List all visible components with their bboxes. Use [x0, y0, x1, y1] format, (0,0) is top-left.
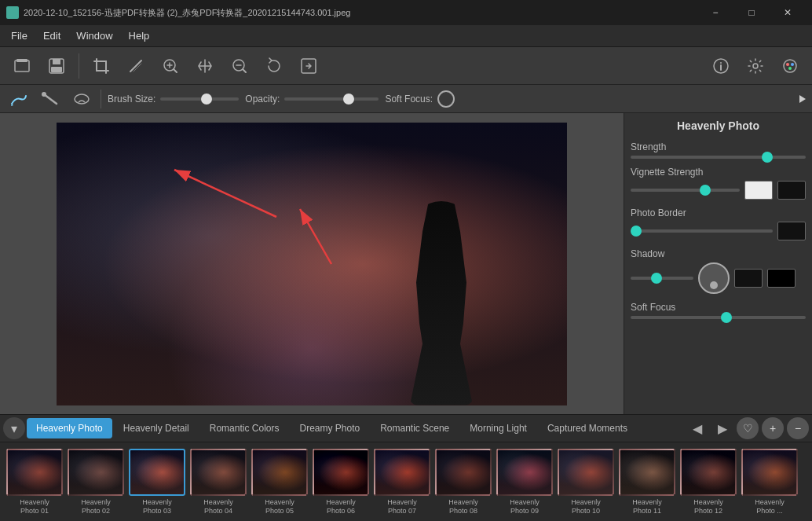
maximize-button[interactable]: □ — [733, 0, 770, 25]
film-item-11[interactable]: HeavenlyPhoto 11 — [619, 449, 675, 515]
tab-remove-button[interactable]: − — [787, 417, 809, 439]
brush-size-label: Brush Size: — [108, 94, 155, 105]
film-thumb-06[interactable] — [313, 449, 369, 496]
soft-focus-section: Soft Focus — [631, 302, 806, 319]
film-thumb-03[interactable] — [129, 449, 185, 496]
brush-size-slider[interactable] — [160, 97, 239, 101]
film-item-01[interactable]: HeavenlyPhoto 01 — [6, 449, 63, 515]
tab-romantic-colors[interactable]: Romantic Colors — [200, 418, 289, 438]
film-thumb-11[interactable] — [619, 449, 675, 496]
settings-tool-button[interactable] — [740, 50, 771, 82]
close-button[interactable]: ✕ — [770, 0, 806, 25]
film-item-10[interactable]: HeavenlyPhoto 10 — [558, 449, 614, 515]
tab-heavenly-detail[interactable]: Heavenly Detail — [114, 418, 199, 438]
film-label-06: HeavenlyPhoto 06 — [326, 498, 356, 515]
film-label-10: HeavenlyPhoto 10 — [571, 498, 601, 515]
tab-favorite-button[interactable]: ♡ — [737, 417, 759, 439]
film-item-08[interactable]: HeavenlyPhoto 08 — [435, 449, 492, 515]
film-item-more[interactable]: HeavenlyPhoto ... — [741, 449, 798, 515]
crop-tool-button[interactable] — [86, 50, 117, 82]
film-thumb-more[interactable] — [741, 449, 798, 496]
move-tool-button[interactable] — [189, 50, 221, 82]
vignette-slider[interactable] — [631, 189, 740, 192]
border-swatch[interactable] — [777, 222, 806, 240]
soft-focus-slider[interactable] — [631, 316, 806, 319]
tab-dreamy-photo[interactable]: Dreamy Photo — [290, 418, 369, 438]
filter-tabs: ▾ Heavenly Photo Heavenly Detail Romanti… — [0, 414, 812, 442]
border-slider[interactable] — [631, 229, 773, 233]
film-item-02[interactable]: HeavenlyPhoto 02 — [68, 449, 124, 515]
vignette-swatch-white[interactable] — [744, 181, 773, 200]
film-thumb-07[interactable] — [374, 449, 430, 496]
minimize-button[interactable]: − — [697, 0, 733, 25]
film-item-12[interactable]: HeavenlyPhoto 12 — [680, 449, 737, 515]
film-item-07[interactable]: HeavenlyPhoto 07 — [374, 449, 430, 515]
border-row — [631, 222, 806, 240]
film-thumb-09[interactable] — [496, 449, 553, 496]
film-thumb-04[interactable] — [190, 449, 247, 496]
shadow-slider[interactable] — [631, 277, 693, 280]
palette-tool-button[interactable] — [774, 50, 806, 82]
shadow-direction-wheel[interactable] — [698, 262, 730, 294]
film-item-06[interactable]: HeavenlyPhoto 06 — [313, 449, 369, 515]
tab-romantic-scene[interactable]: Romantic Scene — [371, 418, 459, 438]
main-toolbar — [0, 47, 812, 85]
brush-tool-3[interactable] — [69, 88, 94, 110]
shadow-swatch-black[interactable] — [767, 269, 796, 288]
menu-help[interactable]: Help — [121, 27, 158, 45]
save-tool-button[interactable] — [41, 50, 72, 82]
opacity-slider[interactable] — [284, 97, 379, 101]
rotate-tool-button[interactable] — [258, 50, 290, 82]
brush-tool-2[interactable] — [38, 88, 63, 110]
tab-next-icon[interactable]: ▶ — [711, 417, 733, 439]
film-thumb-10[interactable] — [558, 449, 614, 496]
menubar: File Edit Window Help — [0, 25, 812, 47]
svg-point-9 — [720, 62, 722, 64]
svg-point-13 — [791, 63, 794, 66]
film-thumb-05[interactable] — [251, 449, 308, 496]
film-thumb-02[interactable] — [68, 449, 124, 496]
menu-edit[interactable]: Edit — [35, 27, 68, 45]
film-item-05[interactable]: HeavenlyPhoto 05 — [251, 449, 308, 515]
filmstrip: HeavenlyPhoto 01 HeavenlyPhoto 02 Heaven… — [0, 442, 812, 521]
film-item-03[interactable]: HeavenlyPhoto 03 — [129, 449, 185, 515]
svg-rect-3 — [53, 59, 60, 64]
shadow-section: Shadow — [631, 248, 806, 294]
expand-arrow-icon[interactable] — [799, 95, 806, 103]
vignette-section: Vignette Strength — [631, 167, 806, 200]
secondary-toolbar: Brush Size: Opacity: Soft Focus: — [0, 85, 812, 113]
film-label-12: HeavenlyPhoto 12 — [693, 498, 723, 515]
film-item-09[interactable]: HeavenlyPhoto 09 — [496, 449, 553, 515]
film-label-05: HeavenlyPhoto 05 — [265, 498, 294, 515]
film-label-04: HeavenlyPhoto 04 — [203, 498, 233, 515]
shadow-swatch-dark[interactable] — [734, 269, 763, 288]
export-tool-button[interactable] — [293, 50, 324, 82]
strength-row — [631, 156, 806, 159]
zoom-in-tool-button[interactable] — [155, 50, 186, 82]
vignette-label: Vignette Strength — [631, 167, 806, 178]
film-thumb-01[interactable] — [6, 449, 63, 496]
tab-prev-icon[interactable]: ◀ — [686, 417, 708, 439]
app-icon — [6, 6, 19, 19]
soft-focus-icon — [437, 90, 455, 108]
tab-heavenly-photo[interactable]: Heavenly Photo — [27, 418, 112, 438]
menu-window[interactable]: Window — [68, 27, 120, 45]
tab-morning-light[interactable]: Morning Light — [460, 418, 536, 438]
info-tool-button[interactable] — [705, 50, 737, 82]
brush-tool-1[interactable] — [6, 88, 31, 110]
strength-slider[interactable] — [631, 156, 806, 159]
zoom-out-tool-button[interactable] — [224, 50, 255, 82]
tab-captured-moments[interactable]: Captured Moments — [538, 418, 637, 438]
brush-size-control: Brush Size: — [108, 94, 239, 105]
film-label-11: HeavenlyPhoto 11 — [632, 498, 662, 515]
vignette-swatch-black[interactable] — [777, 181, 806, 200]
image-canvas[interactable] — [57, 123, 567, 405]
filter-tab-collapse-button[interactable]: ▾ — [3, 417, 25, 439]
view-tool-button[interactable] — [6, 50, 38, 82]
film-thumb-12[interactable] — [680, 449, 737, 496]
tab-add-button[interactable]: + — [762, 417, 784, 439]
straighten-tool-button[interactable] — [120, 50, 152, 82]
film-thumb-08[interactable] — [435, 449, 492, 496]
menu-file[interactable]: File — [3, 27, 35, 45]
film-item-04[interactable]: HeavenlyPhoto 04 — [190, 449, 247, 515]
